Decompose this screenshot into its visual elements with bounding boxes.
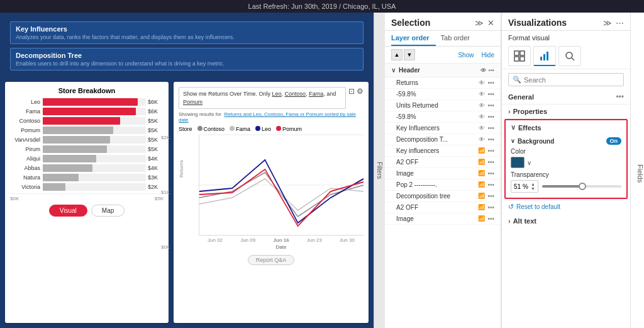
color-swatch[interactable] [511, 157, 525, 168]
svg-point-10 [566, 52, 572, 59]
color-label: Color [511, 148, 621, 155]
group-dots-icon[interactable]: ••• [489, 67, 494, 74]
tab-tab-order[interactable]: Tab order [441, 31, 476, 46]
sel-item-key-influencers2[interactable]: Key influencers 📶 ••• [385, 145, 501, 157]
sel-item-name-returns: Returns [396, 79, 479, 86]
eye-icon[interactable]: 👁 [479, 91, 485, 98]
toggle-on[interactable]: On [606, 137, 622, 145]
alt-text-row[interactable]: › Alt text [502, 214, 630, 228]
bar-label-victoria: Victoria [10, 184, 43, 190]
alt-text-chevron-icon: › [508, 217, 511, 225]
report-qa-button[interactable]: Report Q&A [248, 255, 295, 265]
sel-item-image2[interactable]: Image 📶 ••• [385, 213, 501, 225]
sel-item-pct2[interactable]: -59.8% 👁 ••• [385, 111, 501, 123]
dots-icon[interactable]: ••• [487, 215, 494, 222]
bar-row-contoso: Contoso $5K [10, 117, 164, 125]
sel-item-returns[interactable]: Returns 👁 ••• [385, 77, 501, 89]
expand-icon[interactable]: ≫ [475, 18, 484, 28]
hide-label[interactable]: Hide [481, 52, 494, 59]
lc-showing-link[interactable]: Returns and Leo, Contoso, Fama or Pomum … [179, 111, 356, 123]
pct-value: 51 % [514, 183, 528, 190]
eye-icon[interactable]: 👁 [479, 79, 485, 86]
legend-leo: Leo [255, 126, 271, 132]
ki-item-1[interactable]: Decomposition Tree Enables users to dril… [10, 48, 364, 71]
eye-icon[interactable]: 👁 [479, 102, 485, 109]
sel-item-units-returned[interactable]: Units Returned 👁 ••• [385, 100, 501, 111]
tab-layer-order[interactable]: Layer order [391, 31, 436, 46]
sel-item-a2off-1[interactable]: A2 OFF 📶 ••• [385, 157, 501, 168]
dots-icon[interactable]: ••• [487, 181, 494, 188]
dots-icon[interactable]: ••• [487, 113, 494, 120]
dots-icon[interactable]: ••• [487, 102, 494, 109]
close-icon[interactable]: ✕ [487, 18, 494, 28]
bar-label-pomum: Pomum [10, 127, 43, 133]
sel-item-image1[interactable]: Image 📶 ••• [385, 168, 501, 179]
bar-track-pirum [43, 145, 146, 153]
sel-item-name-decomp-tree: Decomposition tree [396, 193, 478, 200]
viz-chart-icon[interactable] [533, 46, 556, 66]
dots-icon[interactable]: ••• [487, 91, 494, 98]
effects-header[interactable]: ∨ Effects [506, 120, 626, 135]
dots-icon[interactable]: ••• [487, 204, 494, 211]
filters-strip[interactable]: Filters [374, 13, 385, 328]
properties-chevron-icon: › [508, 108, 511, 115]
sel-item-a2off-2[interactable]: A2 OFF 📶 ••• [385, 202, 501, 213]
dots-icon[interactable]: ••• [487, 125, 494, 132]
expand-icon[interactable]: ⊡ [348, 87, 355, 96]
bar-row-fama: Fama $6K [10, 108, 164, 115]
viz-expand-icon[interactable]: ≫ [603, 18, 612, 28]
bar-track-abbas [43, 164, 146, 172]
dots-icon[interactable]: ••• [487, 193, 494, 200]
bar-label-aliqui: Aliqui [10, 156, 43, 162]
map-button[interactable]: Map [91, 205, 125, 217]
x-jun09: Jun 09 [240, 237, 255, 243]
properties-section[interactable]: › Properties [502, 105, 630, 119]
ki-desc-1: Enables users to drill into any dimensio… [16, 60, 358, 67]
ki-title-0: Key Influencers [16, 25, 358, 33]
selection-panel-header: Selection ≫ ✕ [385, 13, 501, 31]
transparency-slider[interactable] [542, 185, 621, 188]
sel-item-decomp-tree[interactable]: Decomposition tree 📶 ••• [385, 191, 501, 202]
arrow-down-icon[interactable]: ▼ [531, 186, 535, 191]
sel-item-icons-pct1: 👁 ••• [479, 91, 494, 98]
dots-icon[interactable]: ••• [487, 147, 494, 154]
bar-value-fama: $6K [146, 108, 164, 115]
settings-icon[interactable]: ⚙ [357, 87, 364, 96]
eye-icon[interactable]: 👁 [479, 125, 485, 132]
sel-item-pct1[interactable]: -59.8% 👁 ••• [385, 89, 501, 100]
sel-item-name-pct1: -59.8% [396, 91, 479, 98]
visual-button[interactable]: Visual [49, 205, 87, 217]
background-section: ∨ Background On Color ∨ Transparency [506, 135, 626, 198]
bar-fill-victoria [43, 183, 65, 191]
ki-item-0[interactable]: Key Influencers Analyzes your data, rank… [10, 21, 364, 44]
dots-icon[interactable]: ••• [487, 79, 494, 86]
pct-arrows[interactable]: ▲ ▼ [531, 182, 535, 191]
dots-icon[interactable]: ••• [487, 170, 494, 177]
color-dropdown-icon[interactable]: ∨ [527, 159, 531, 166]
bar-fill-contoso [43, 117, 120, 125]
fields-tab[interactable]: Fields [630, 13, 644, 328]
slider-fill [542, 185, 582, 188]
group-eye-icon[interactable]: 👁 [480, 67, 486, 74]
dots-icon[interactable]: ••• [487, 159, 494, 166]
arrow-up-icon[interactable]: ▲ [531, 182, 535, 186]
eye-icon[interactable]: 👁 [479, 136, 485, 143]
move-down-button[interactable]: ▼ [404, 49, 415, 60]
dots-icon[interactable]: ••• [487, 136, 494, 143]
search-input[interactable] [524, 76, 619, 84]
group-header-label: Header [399, 67, 420, 74]
reset-row[interactable]: ↺ Reset to default [502, 199, 630, 214]
eye-icon[interactable]: 👁 [479, 113, 485, 120]
general-dots[interactable]: ••• [616, 93, 624, 101]
sel-item-decomp-t[interactable]: Decomposition T... 👁 ••• [385, 134, 501, 145]
viz-search-icon[interactable] [558, 46, 581, 66]
show-label[interactable]: Show [458, 52, 474, 59]
sel-item-key-influencers[interactable]: Key Influencers 👁 ••• [385, 123, 501, 134]
bar-label-natura: Natura [10, 174, 43, 181]
pct-input[interactable]: 51 % ▲ ▼ [511, 180, 538, 193]
viz-table-icon[interactable] [508, 46, 531, 66]
move-up-button[interactable]: ▲ [391, 49, 402, 60]
sel-item-pop2[interactable]: Pop 2 ----------. 📶 ••• [385, 179, 501, 191]
viz-more-icon[interactable]: ⋯ [616, 18, 624, 28]
slider-thumb[interactable] [579, 183, 586, 190]
